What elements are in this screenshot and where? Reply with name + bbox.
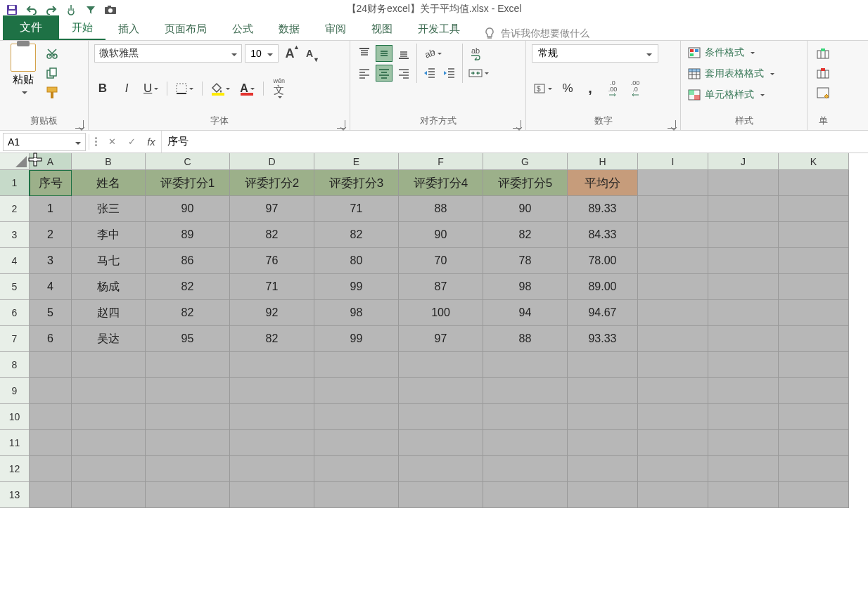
cell[interactable]: 82 bbox=[483, 222, 568, 248]
cell[interactable] bbox=[708, 430, 779, 456]
cell[interactable] bbox=[779, 482, 849, 508]
cell[interactable]: 78.00 bbox=[568, 248, 638, 274]
touch-mode-icon[interactable] bbox=[63, 2, 79, 18]
cell[interactable]: 杨成 bbox=[72, 274, 146, 300]
cell[interactable] bbox=[779, 222, 849, 248]
cell[interactable]: 94.67 bbox=[568, 300, 638, 326]
tab-formulas[interactable]: 公式 bbox=[219, 18, 266, 40]
cell[interactable] bbox=[30, 482, 72, 508]
enter-icon[interactable]: ✓ bbox=[122, 132, 141, 152]
format-as-table-button[interactable]: 套用表格格式 bbox=[687, 65, 801, 83]
decrease-indent-icon[interactable] bbox=[421, 65, 438, 82]
cell[interactable]: 92 bbox=[230, 300, 314, 326]
font-color-icon[interactable]: A bbox=[238, 80, 256, 97]
col-header[interactable]: F bbox=[399, 153, 483, 170]
tab-review[interactable]: 审阅 bbox=[312, 18, 359, 40]
cell[interactable] bbox=[568, 352, 638, 378]
cell[interactable]: 95 bbox=[146, 326, 230, 352]
cell[interactable]: 71 bbox=[230, 274, 314, 300]
cell[interactable] bbox=[568, 482, 638, 508]
cell[interactable] bbox=[708, 378, 779, 404]
cell[interactable]: 94 bbox=[483, 300, 568, 326]
cell[interactable] bbox=[779, 274, 849, 300]
cell[interactable]: 吴达 bbox=[72, 326, 146, 352]
accounting-format-icon[interactable]: $ bbox=[532, 80, 554, 97]
cell[interactable] bbox=[708, 170, 779, 196]
col-header[interactable]: K bbox=[779, 153, 849, 170]
name-box[interactable]: A1 bbox=[3, 133, 86, 151]
cell[interactable]: 99 bbox=[314, 326, 399, 352]
cell[interactable] bbox=[708, 326, 779, 352]
cell[interactable] bbox=[638, 404, 708, 430]
decrease-decimal-icon[interactable]: .00.0 bbox=[627, 80, 644, 97]
cell[interactable] bbox=[638, 274, 708, 300]
col-header[interactable]: H bbox=[568, 153, 638, 170]
cell[interactable]: 姓名 bbox=[72, 170, 146, 196]
cell[interactable] bbox=[779, 326, 849, 352]
cell[interactable] bbox=[30, 430, 72, 456]
cell[interactable] bbox=[72, 404, 146, 430]
cell[interactable] bbox=[72, 430, 146, 456]
align-top-icon[interactable] bbox=[356, 45, 373, 62]
conditional-formatting-button[interactable]: 条件格式 bbox=[687, 44, 801, 62]
cell[interactable] bbox=[30, 404, 72, 430]
tab-file[interactable]: 文件 bbox=[3, 15, 59, 40]
col-header[interactable]: J bbox=[708, 153, 779, 170]
comma-icon[interactable]: , bbox=[582, 80, 599, 97]
cell[interactable]: 90 bbox=[399, 222, 483, 248]
cell[interactable] bbox=[314, 404, 399, 430]
cell[interactable]: 李中 bbox=[72, 222, 146, 248]
cell[interactable] bbox=[779, 300, 849, 326]
cell[interactable] bbox=[638, 456, 708, 482]
number-format-select[interactable]: 常规 bbox=[532, 44, 658, 63]
fill-color-icon[interactable] bbox=[210, 80, 231, 97]
cell[interactable]: 89.33 bbox=[568, 196, 638, 222]
cell[interactable] bbox=[779, 170, 849, 196]
cell[interactable] bbox=[638, 482, 708, 508]
cell[interactable]: 99 bbox=[314, 274, 399, 300]
align-left-icon[interactable] bbox=[356, 65, 373, 82]
cell[interactable] bbox=[638, 378, 708, 404]
paste-button[interactable]: 粘贴 bbox=[6, 44, 41, 97]
cell[interactable] bbox=[638, 430, 708, 456]
row-header[interactable]: 9 bbox=[0, 378, 30, 404]
cell[interactable] bbox=[779, 456, 849, 482]
italic-icon[interactable]: I bbox=[118, 80, 135, 97]
cell[interactable]: 5 bbox=[30, 300, 72, 326]
cell[interactable]: 88 bbox=[399, 196, 483, 222]
cell[interactable] bbox=[314, 456, 399, 482]
cell[interactable]: 98 bbox=[483, 274, 568, 300]
cell[interactable] bbox=[483, 352, 568, 378]
row-header[interactable]: 2 bbox=[0, 196, 30, 222]
cell[interactable] bbox=[146, 378, 230, 404]
cell[interactable] bbox=[146, 482, 230, 508]
bold-icon[interactable]: B bbox=[94, 80, 111, 97]
cell[interactable]: 89.00 bbox=[568, 274, 638, 300]
cell[interactable] bbox=[779, 352, 849, 378]
cell[interactable] bbox=[708, 482, 779, 508]
cell[interactable] bbox=[399, 482, 483, 508]
cell[interactable]: 3 bbox=[30, 248, 72, 274]
cell[interactable] bbox=[708, 248, 779, 274]
format-cells-icon[interactable] bbox=[813, 84, 833, 101]
cell[interactable] bbox=[638, 300, 708, 326]
cell[interactable]: 97 bbox=[230, 196, 314, 222]
cell[interactable] bbox=[568, 404, 638, 430]
cell[interactable]: 76 bbox=[230, 248, 314, 274]
cell[interactable]: 80 bbox=[314, 248, 399, 274]
format-painter-icon[interactable] bbox=[44, 84, 60, 101]
cell[interactable] bbox=[146, 352, 230, 378]
col-header[interactable]: E bbox=[314, 153, 399, 170]
cell[interactable] bbox=[30, 378, 72, 404]
cell[interactable]: 98 bbox=[314, 300, 399, 326]
cell[interactable] bbox=[72, 378, 146, 404]
dialog-launcher-icon[interactable] bbox=[513, 120, 521, 129]
tab-data[interactable]: 数据 bbox=[266, 18, 312, 40]
cell[interactable] bbox=[638, 248, 708, 274]
cell[interactable] bbox=[638, 326, 708, 352]
cell[interactable] bbox=[314, 352, 399, 378]
row-header[interactable]: 10 bbox=[0, 404, 30, 430]
cell[interactable]: 90 bbox=[146, 196, 230, 222]
col-header[interactable]: G bbox=[483, 153, 568, 170]
cell[interactable] bbox=[314, 430, 399, 456]
